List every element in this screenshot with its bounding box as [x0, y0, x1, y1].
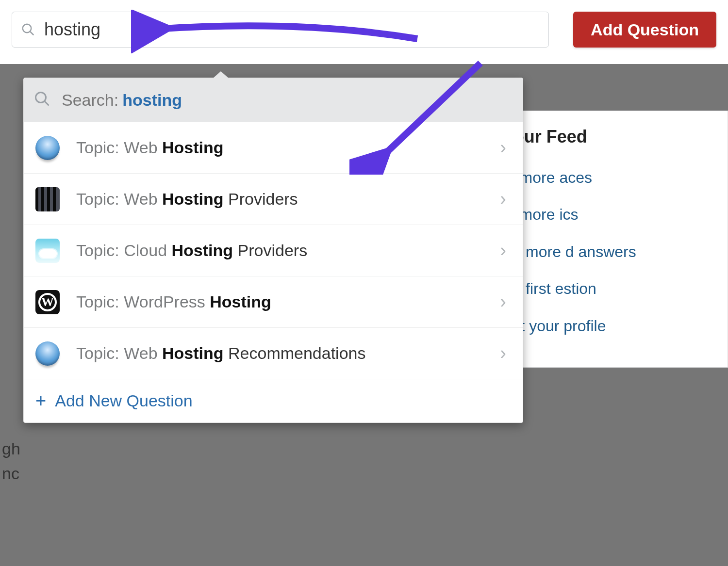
- search-label: Search:: [62, 91, 118, 110]
- search-suggestions-dropdown: Search: hosting Topic: Web Hosting › Top…: [23, 78, 523, 423]
- plus-icon: +: [35, 390, 46, 411]
- add-question-button[interactable]: Add Question: [573, 12, 716, 48]
- suggestion-topic-wordpress-hosting[interactable]: Topic: WordPress Hosting ›: [24, 276, 523, 327]
- suggestion-label: Topic: WordPress Hosting: [76, 292, 495, 311]
- chevron-right-icon: ›: [495, 343, 511, 364]
- suggestion-topic-web-hosting-recommendations[interactable]: Topic: Web Hosting Recommendations ›: [24, 327, 523, 379]
- search-icon: [21, 22, 35, 37]
- suggestion-label: Topic: Web Hosting Providers: [76, 190, 495, 209]
- suggestion-label: Topic: Cloud Hosting Providers: [76, 241, 495, 260]
- suggestion-topic-cloud-hosting-providers[interactable]: Topic: Cloud Hosting Providers ›: [24, 225, 523, 276]
- wordpress-icon: [35, 290, 60, 314]
- svg-line-1: [30, 32, 34, 35]
- server-icon: [35, 187, 60, 211]
- chevron-right-icon: ›: [495, 291, 511, 312]
- cloud-icon: [35, 239, 60, 263]
- svg-point-0: [23, 24, 32, 33]
- suggestion-label: Topic: Web Hosting: [76, 138, 495, 157]
- search-suggestion-header[interactable]: Search: hosting: [24, 78, 523, 122]
- svg-line-3: [45, 101, 49, 106]
- add-new-question-label: Add New Question: [55, 391, 193, 410]
- chevron-right-icon: ›: [495, 137, 511, 158]
- search-box[interactable]: [12, 12, 549, 48]
- search-container: [12, 12, 549, 48]
- top-bar: Add Question: [0, 0, 728, 55]
- background-text: gh nc: [0, 437, 20, 486]
- suggestion-topic-web-hosting-providers[interactable]: Topic: Web Hosting Providers ›: [24, 173, 523, 225]
- suggestion-topic-web-hosting[interactable]: Topic: Web Hosting ›: [24, 122, 523, 173]
- globe-icon: [35, 341, 60, 366]
- search-term: hosting: [122, 91, 182, 110]
- chevron-right-icon: ›: [495, 240, 511, 261]
- add-new-question-link[interactable]: + Add New Question: [24, 379, 523, 422]
- suggestion-label: Topic: Web Hosting Recommendations: [76, 344, 495, 363]
- search-input[interactable]: [44, 19, 540, 40]
- globe-icon: [35, 136, 60, 160]
- search-icon: [33, 90, 51, 110]
- svg-point-2: [36, 93, 46, 103]
- chevron-right-icon: ›: [495, 189, 511, 210]
